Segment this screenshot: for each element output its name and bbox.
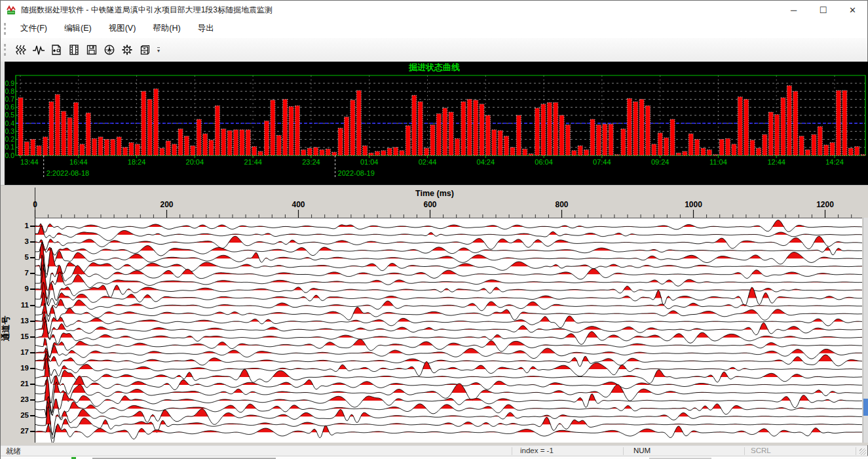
svg-text:0.7: 0.7 bbox=[5, 95, 14, 103]
multi-waveform-button[interactable] bbox=[12, 41, 29, 59]
channel-label-5: 5 bbox=[9, 253, 29, 261]
save-button[interactable] bbox=[83, 41, 100, 59]
channel-label-25: 25 bbox=[9, 411, 29, 419]
channel-tick bbox=[30, 289, 35, 290]
menu-item-4[interactable]: 导出 bbox=[189, 20, 223, 37]
svg-text:2022-08-19: 2022-08-19 bbox=[338, 169, 375, 177]
channel-label-3: 3 bbox=[9, 237, 29, 245]
channel-tick bbox=[30, 257, 35, 258]
trace-channel-16 bbox=[35, 338, 862, 358]
trace-channel-17 bbox=[35, 346, 862, 359]
svg-text:06:04: 06:04 bbox=[535, 158, 553, 166]
gear-icon bbox=[121, 43, 134, 56]
svg-text:04:24: 04:24 bbox=[477, 158, 495, 166]
svg-text:0.0: 0.0 bbox=[5, 151, 14, 159]
svg-text:14:24: 14:24 bbox=[825, 158, 844, 166]
status-num-indicator: NUM bbox=[633, 447, 651, 454]
compass-icon bbox=[103, 43, 116, 56]
menu-grip-icon bbox=[4, 23, 8, 35]
channel-tick bbox=[30, 305, 35, 306]
svg-text:掘进状态曲线: 掘进状态曲线 bbox=[408, 62, 460, 72]
archive-icon bbox=[138, 43, 151, 56]
svg-text:16:44: 16:44 bbox=[69, 158, 88, 166]
status-separator bbox=[623, 447, 624, 455]
toolbar-grip-icon bbox=[4, 44, 8, 56]
menu-item-1[interactable]: 编辑(E) bbox=[56, 20, 100, 37]
filmstrip-icon bbox=[67, 43, 81, 56]
time-ruler: 020040060080010001200 bbox=[1, 186, 868, 218]
excavation-status-chart: 掘进状态曲线0.00.10.20.30.40.50.60.70.80.913:4… bbox=[1, 62, 868, 185]
trace-channel-7 bbox=[35, 255, 862, 300]
channel-label-7: 7 bbox=[9, 269, 29, 277]
status-separator bbox=[512, 447, 512, 455]
status-ready: 就绪 bbox=[6, 447, 21, 456]
toolbar-overflow-button[interactable]: ▾ bbox=[157, 47, 160, 52]
svg-text:23:24: 23:24 bbox=[302, 158, 320, 166]
minimize-button[interactable]: ─ bbox=[779, 1, 808, 19]
channel-label-21: 21 bbox=[9, 380, 29, 388]
vertical-scrollbar[interactable] bbox=[863, 218, 868, 443]
svg-text:600: 600 bbox=[423, 200, 436, 209]
app-icon bbox=[6, 5, 17, 16]
svg-text:1000: 1000 bbox=[685, 200, 702, 209]
gear-button[interactable] bbox=[118, 41, 136, 59]
window-controls: ─☐✕ bbox=[779, 1, 867, 19]
archive-button[interactable] bbox=[136, 41, 153, 59]
channel-tick bbox=[30, 273, 35, 274]
svg-text:18:24: 18:24 bbox=[128, 158, 146, 166]
trace-channel-1 bbox=[35, 220, 862, 233]
channel-tick bbox=[30, 321, 35, 322]
channel-label-19: 19 bbox=[9, 364, 29, 372]
trace-channel-2 bbox=[35, 226, 862, 241]
status-scrl-indicator: SCRL bbox=[751, 447, 771, 454]
channel-tick bbox=[30, 226, 35, 227]
channel-label-9: 9 bbox=[9, 285, 29, 292]
svg-text:11:04: 11:04 bbox=[709, 158, 727, 166]
title-bar: 随掘数据处理软件 - 中铁隧道局滇中引水项目部大理1段3标随掘地震监测 ─☐✕ bbox=[1, 1, 867, 19]
svg-text:20:04: 20:04 bbox=[186, 158, 204, 166]
single-waveform-button[interactable] bbox=[29, 41, 47, 59]
notebook-button[interactable] bbox=[47, 41, 65, 59]
svg-text:13:44: 13:44 bbox=[20, 158, 39, 166]
bar-chart-canvas[interactable]: 掘进状态曲线0.00.10.20.30.40.50.60.70.80.913:4… bbox=[1, 62, 868, 185]
channel-label-1: 1 bbox=[9, 222, 29, 230]
channel-tick bbox=[30, 336, 35, 338]
menu-item-0[interactable]: 文件(F) bbox=[12, 20, 56, 37]
status-index: index = -1 bbox=[520, 447, 554, 454]
svg-text:200: 200 bbox=[160, 200, 173, 209]
svg-text:01:04: 01:04 bbox=[360, 158, 379, 166]
svg-text:12:44: 12:44 bbox=[767, 158, 785, 166]
waveform-canvas[interactable] bbox=[35, 218, 862, 443]
resize-grip[interactable] bbox=[859, 449, 866, 455]
trace-channel-12 bbox=[35, 304, 862, 322]
menu-item-2[interactable]: 视图(V) bbox=[100, 20, 145, 37]
close-button[interactable]: ✕ bbox=[838, 1, 867, 19]
seismic-panel: Time (ms) 020040060080010001200 通道号 1357… bbox=[1, 185, 868, 445]
trace-area[interactable] bbox=[35, 218, 862, 443]
trace-channel-20 bbox=[35, 359, 862, 385]
channel-tick bbox=[30, 352, 35, 353]
menu-bar: 文件(F)编辑(E)视图(V)帮助(H)导出 bbox=[1, 19, 867, 39]
svg-text:2:2022-08-18: 2:2022-08-18 bbox=[47, 169, 89, 177]
multi-waveform-icon bbox=[14, 43, 28, 56]
filmstrip-button[interactable] bbox=[65, 41, 83, 59]
channel-tick bbox=[30, 431, 35, 432]
svg-text:400: 400 bbox=[292, 200, 305, 209]
menu-item-3[interactable]: 帮助(H) bbox=[144, 20, 189, 37]
trace-channel-3 bbox=[35, 236, 862, 250]
single-waveform-icon bbox=[32, 43, 45, 56]
svg-text:0.9: 0.9 bbox=[5, 79, 14, 87]
channel-axis: 通道号 13579111315171921232527 bbox=[2, 218, 35, 443]
maximize-button[interactable]: ☐ bbox=[808, 1, 838, 19]
compass-button[interactable] bbox=[100, 41, 118, 59]
svg-text:800: 800 bbox=[555, 200, 568, 209]
svg-text:1200: 1200 bbox=[816, 200, 834, 209]
notebook-icon bbox=[50, 43, 63, 56]
svg-text:07:44: 07:44 bbox=[593, 158, 611, 166]
status-separator bbox=[856, 447, 856, 455]
scrollbar-thumb[interactable] bbox=[863, 399, 868, 416]
svg-text:0.1: 0.1 bbox=[5, 143, 14, 151]
channel-tick bbox=[30, 368, 35, 369]
svg-text:0.4: 0.4 bbox=[5, 119, 14, 127]
channel-label-23: 23 bbox=[9, 395, 29, 403]
